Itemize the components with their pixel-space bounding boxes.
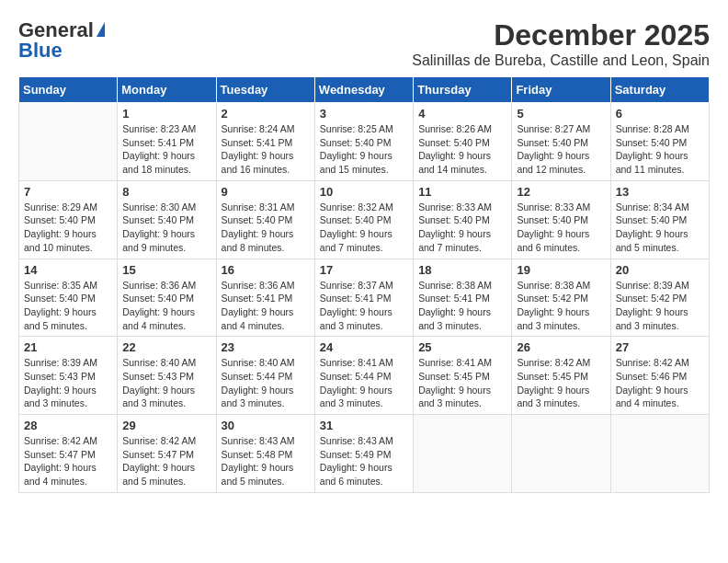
calendar-cell: 5Sunrise: 8:27 AMSunset: 5:40 PMDaylight…: [512, 103, 610, 181]
calendar-body: 1Sunrise: 8:23 AMSunset: 5:41 PMDaylight…: [19, 103, 710, 493]
calendar-cell: 27Sunrise: 8:42 AMSunset: 5:46 PMDayligh…: [610, 337, 709, 415]
calendar-cell: 7Sunrise: 8:29 AMSunset: 5:40 PMDaylight…: [19, 180, 118, 259]
calendar-cell: 13Sunrise: 8:34 AMSunset: 5:40 PMDayligh…: [610, 180, 709, 259]
day-number: 17: [320, 263, 408, 277]
day-number: 30: [222, 419, 310, 432]
day-number: 28: [24, 419, 112, 432]
day-number: 24: [320, 340, 408, 354]
calendar-cell: 12Sunrise: 8:33 AMSunset: 5:40 PMDayligh…: [512, 180, 610, 259]
day-info: Sunrise: 8:27 AMSunset: 5:40 PMDaylight:…: [517, 122, 605, 177]
day-number: 1: [122, 107, 210, 121]
title-block: December 2025 Salinillas de Bureba, Cast…: [412, 18, 710, 69]
day-info: Sunrise: 8:32 AMSunset: 5:40 PMDaylight:…: [320, 201, 408, 255]
day-info: Sunrise: 8:42 AMSunset: 5:47 PMDaylight:…: [24, 434, 112, 488]
day-number: 13: [616, 185, 704, 199]
day-info: Sunrise: 8:38 AMSunset: 5:41 PMDaylight:…: [418, 279, 506, 333]
day-info: Sunrise: 8:26 AMSunset: 5:40 PMDaylight:…: [418, 122, 506, 177]
calendar-cell: 24Sunrise: 8:41 AMSunset: 5:44 PMDayligh…: [314, 337, 413, 415]
day-number: 2: [222, 107, 310, 121]
day-info: Sunrise: 8:23 AMSunset: 5:41 PMDaylight:…: [122, 122, 210, 177]
day-of-week-header: Saturday: [610, 77, 709, 103]
day-number: 4: [418, 107, 506, 121]
calendar-cell: 2Sunrise: 8:24 AMSunset: 5:41 PMDaylight…: [216, 103, 314, 181]
day-info: Sunrise: 8:29 AMSunset: 5:40 PMDaylight:…: [24, 201, 112, 255]
calendar-cell: 26Sunrise: 8:42 AMSunset: 5:45 PMDayligh…: [512, 337, 610, 415]
day-info: Sunrise: 8:41 AMSunset: 5:45 PMDaylight:…: [418, 356, 506, 410]
calendar-cell: [512, 415, 610, 493]
calendar-table: SundayMondayTuesdayWednesdayThursdayFrid…: [18, 76, 710, 493]
day-info: Sunrise: 8:42 AMSunset: 5:47 PMDaylight:…: [122, 434, 210, 488]
day-info: Sunrise: 8:40 AMSunset: 5:44 PMDaylight:…: [222, 356, 310, 410]
calendar-cell: [610, 415, 709, 493]
calendar-cell: 22Sunrise: 8:40 AMSunset: 5:43 PMDayligh…: [118, 337, 216, 415]
day-number: 15: [122, 263, 210, 277]
calendar-cell: 16Sunrise: 8:36 AMSunset: 5:41 PMDayligh…: [216, 259, 314, 337]
calendar-cell: 10Sunrise: 8:32 AMSunset: 5:40 PMDayligh…: [314, 180, 413, 259]
day-number: 25: [418, 340, 506, 354]
calendar-cell: 11Sunrise: 8:33 AMSunset: 5:40 PMDayligh…: [414, 180, 512, 259]
day-number: 12: [517, 185, 605, 199]
calendar-cell: 30Sunrise: 8:43 AMSunset: 5:48 PMDayligh…: [216, 415, 314, 493]
day-info: Sunrise: 8:40 AMSunset: 5:43 PMDaylight:…: [122, 356, 210, 410]
day-number: 23: [222, 340, 310, 354]
calendar-cell: 14Sunrise: 8:35 AMSunset: 5:40 PMDayligh…: [19, 259, 118, 337]
calendar-cell: 20Sunrise: 8:39 AMSunset: 5:42 PMDayligh…: [610, 259, 709, 337]
day-number: 14: [24, 263, 112, 277]
day-number: 3: [320, 107, 408, 121]
day-number: 9: [222, 185, 310, 199]
day-number: 21: [24, 340, 112, 354]
calendar-cell: 18Sunrise: 8:38 AMSunset: 5:41 PMDayligh…: [414, 259, 512, 337]
calendar-cell: 9Sunrise: 8:31 AMSunset: 5:40 PMDaylight…: [216, 180, 314, 259]
day-number: 26: [517, 340, 605, 354]
calendar-week-row: 1Sunrise: 8:23 AMSunset: 5:41 PMDaylight…: [19, 103, 710, 181]
day-number: 10: [320, 185, 408, 199]
day-number: 27: [616, 340, 704, 354]
day-of-week-header: Sunday: [19, 77, 118, 103]
day-info: Sunrise: 8:34 AMSunset: 5:40 PMDaylight:…: [616, 201, 704, 255]
calendar-header-row: SundayMondayTuesdayWednesdayThursdayFrid…: [19, 77, 710, 103]
day-of-week-header: Monday: [118, 77, 216, 103]
day-info: Sunrise: 8:37 AMSunset: 5:41 PMDaylight:…: [320, 279, 408, 333]
calendar-cell: [414, 415, 512, 493]
day-number: 31: [320, 419, 408, 432]
logo: General Blue: [18, 18, 105, 63]
day-number: 16: [222, 263, 310, 277]
day-number: 7: [24, 185, 112, 199]
day-number: 18: [418, 263, 506, 277]
calendar-week-row: 7Sunrise: 8:29 AMSunset: 5:40 PMDaylight…: [19, 180, 710, 259]
calendar-cell: 4Sunrise: 8:26 AMSunset: 5:40 PMDaylight…: [414, 103, 512, 181]
calendar-cell: 21Sunrise: 8:39 AMSunset: 5:43 PMDayligh…: [19, 337, 118, 415]
day-number: 11: [418, 185, 506, 199]
day-info: Sunrise: 8:33 AMSunset: 5:40 PMDaylight:…: [418, 201, 506, 255]
day-info: Sunrise: 8:36 AMSunset: 5:40 PMDaylight:…: [122, 279, 210, 333]
day-of-week-header: Friday: [512, 77, 610, 103]
day-number: 8: [122, 185, 210, 199]
day-info: Sunrise: 8:28 AMSunset: 5:40 PMDaylight:…: [616, 122, 704, 177]
calendar-cell: 19Sunrise: 8:38 AMSunset: 5:42 PMDayligh…: [512, 259, 610, 337]
day-info: Sunrise: 8:43 AMSunset: 5:49 PMDaylight:…: [320, 434, 408, 488]
calendar-cell: 1Sunrise: 8:23 AMSunset: 5:41 PMDaylight…: [118, 103, 216, 181]
location-subtitle: Salinillas de Bureba, Castille and Leon,…: [412, 52, 710, 69]
logo-blue-text: Blue: [18, 39, 63, 63]
day-info: Sunrise: 8:39 AMSunset: 5:43 PMDaylight:…: [24, 356, 112, 410]
day-info: Sunrise: 8:38 AMSunset: 5:42 PMDaylight:…: [517, 279, 605, 333]
calendar-cell: 28Sunrise: 8:42 AMSunset: 5:47 PMDayligh…: [19, 415, 118, 493]
calendar-cell: 8Sunrise: 8:30 AMSunset: 5:40 PMDaylight…: [118, 180, 216, 259]
day-info: Sunrise: 8:25 AMSunset: 5:40 PMDaylight:…: [320, 122, 408, 177]
day-number: 22: [122, 340, 210, 354]
calendar-cell: 3Sunrise: 8:25 AMSunset: 5:40 PMDaylight…: [314, 103, 413, 181]
day-info: Sunrise: 8:39 AMSunset: 5:42 PMDaylight:…: [616, 279, 704, 333]
day-info: Sunrise: 8:43 AMSunset: 5:48 PMDaylight:…: [222, 434, 310, 488]
calendar-cell: 31Sunrise: 8:43 AMSunset: 5:49 PMDayligh…: [314, 415, 413, 493]
day-of-week-header: Thursday: [414, 77, 512, 103]
calendar-cell: 23Sunrise: 8:40 AMSunset: 5:44 PMDayligh…: [216, 337, 314, 415]
day-number: 29: [122, 419, 210, 432]
day-info: Sunrise: 8:36 AMSunset: 5:41 PMDaylight:…: [222, 279, 310, 333]
calendar-cell: 29Sunrise: 8:42 AMSunset: 5:47 PMDayligh…: [118, 415, 216, 493]
day-info: Sunrise: 8:24 AMSunset: 5:41 PMDaylight:…: [222, 122, 310, 177]
day-of-week-header: Tuesday: [216, 77, 314, 103]
calendar-week-row: 14Sunrise: 8:35 AMSunset: 5:40 PMDayligh…: [19, 259, 710, 337]
day-number: 6: [616, 107, 704, 121]
month-title: December 2025: [412, 18, 710, 52]
day-info: Sunrise: 8:42 AMSunset: 5:46 PMDaylight:…: [616, 356, 704, 410]
